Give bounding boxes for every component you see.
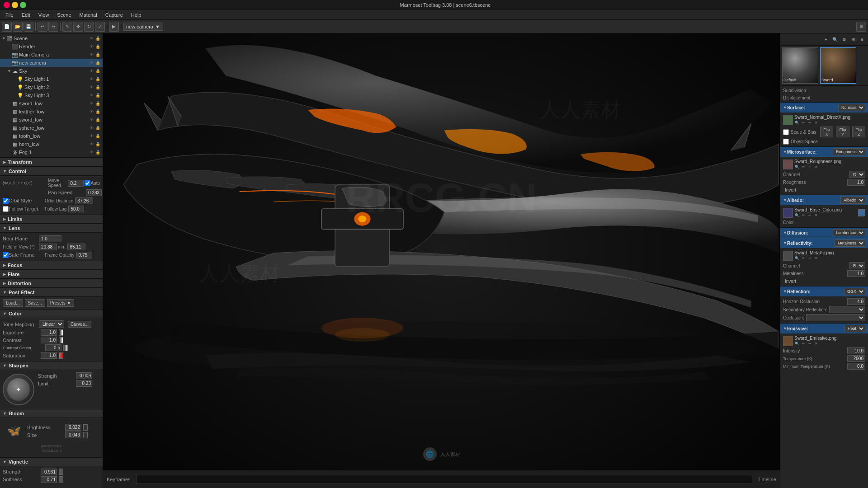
vis-icon-sword2[interactable]: 👁 [88,117,94,123]
lock-icon-horn[interactable]: 🔒 [94,141,101,147]
metalness-invert-label[interactable]: Invert [783,278,798,284]
lock-icon-leather[interactable]: 🔒 [94,108,101,115]
distortion-section-header[interactable]: ▶ Distortion [0,279,103,288]
move-speed-input[interactable] [68,180,84,187]
flip-z-button[interactable]: Flip Z [852,127,865,137]
viewport[interactable]: RRCG.CN 人人素材 人人素材 🌐 人人素材 [103,33,780,470]
vis-icon-sl3[interactable]: 👁 [88,92,94,99]
reflectivity-select[interactable]: Metalness [835,239,865,247]
rotate-tool[interactable]: ↻ [84,22,94,32]
tone-mapping-select[interactable]: Linear Filmic ACES [39,320,64,328]
menu-view[interactable]: View [35,11,53,19]
normal-map-edit[interactable]: ✏ [801,120,806,125]
vis-icon-fog[interactable]: 👁 [88,149,94,155]
tree-item-leather[interactable]: ▦ leather_low 👁 🔒 [0,108,103,116]
emissive-map-search[interactable]: 🔍 [794,341,800,346]
settings-button[interactable]: ⚙ [856,22,866,32]
vignette-softness-input[interactable] [41,476,57,483]
vis-icon-sky[interactable]: 👁 [88,68,94,74]
reflection-select[interactable]: GGX [844,288,865,295]
pan-speed-input[interactable] [86,189,102,196]
material-thumb-sword[interactable]: Sword [820,47,856,84]
roughness-channel-select[interactable]: R [849,171,865,178]
surface-select[interactable]: Normals [838,104,865,111]
lock-icon-sphere[interactable]: 🔒 [94,125,101,131]
presets-button[interactable]: Presets ▼ [47,299,75,307]
move-tool[interactable]: ✥ [73,22,83,32]
mm-input[interactable] [67,244,85,250]
albedo-section-header[interactable]: ▼ Albedo: Albedo [780,195,868,205]
timeline-track[interactable] [136,475,752,484]
tree-item-sword[interactable]: ▦ sword_low 👁 🔒 [0,99,103,108]
sharpen-dial[interactable]: ✦ [3,374,34,405]
follow-target-check[interactable] [3,206,9,212]
albedo-color-swatch[interactable] [858,209,865,216]
list-view-icon[interactable]: ≡ [858,35,866,43]
diffusion-select[interactable]: Lambertian [833,229,865,236]
orbit-style-check[interactable] [3,198,9,204]
lock-icon-maincam[interactable]: 🔒 [94,52,101,58]
flip-x-button[interactable]: Flip X [820,127,834,137]
menu-material[interactable]: Material [76,11,101,19]
lock-icon-sl2[interactable]: 🔒 [94,84,101,90]
object-space-check[interactable] [783,139,789,145]
add-material-icon[interactable]: + [822,35,830,43]
vignette-strength-input[interactable] [41,469,57,475]
microsurface-select[interactable]: Roughness [833,148,865,155]
lock-icon-sl3[interactable]: 🔒 [94,92,101,99]
exposure-input[interactable] [41,329,57,336]
vignette-section-header[interactable]: ▼ Vignette [0,457,103,466]
tree-item-sword2[interactable]: ▦ sword_low 👁 🔒 [0,116,103,124]
near-plane-input[interactable] [39,235,61,242]
sharpen-limit-input[interactable] [76,380,92,387]
emissive-section-header[interactable]: ▼ Emissive: Heat [780,323,868,333]
bloom-size-input[interactable] [65,432,81,438]
menu-scene[interactable]: Scene [53,11,75,19]
metalness-map-reset[interactable]: ↩ [807,255,812,261]
curves-button[interactable]: Curves... [68,321,91,328]
redo-button[interactable]: ↪ [48,22,58,32]
menu-capture[interactable]: Capture [102,11,127,19]
normal-map-delete[interactable]: ✕ [813,120,819,125]
normal-map-search[interactable]: 🔍 [794,120,800,125]
surface-section-header[interactable]: ▼ Surface: Normals [780,102,868,113]
roughness-map-search[interactable]: 🔍 [794,164,800,169]
menu-edit[interactable]: Edit [18,11,34,19]
tree-item-skylight1[interactable]: 💡 Sky Light 1 👁 🔒 [0,75,103,83]
tree-item-fog[interactable]: 🌫 Fog 1 👁 🔒 [0,148,103,156]
emissive-map-reset[interactable]: ↩ [807,341,812,346]
menu-help[interactable]: Help [127,11,145,19]
vis-icon-sl2[interactable]: 👁 [88,84,94,90]
vis-icon-newcam[interactable]: 👁 [88,60,94,66]
roughness-map-delete[interactable]: ✕ [813,164,819,169]
roughness-map-edit[interactable]: ✏ [801,164,806,169]
tree-item-skylight3[interactable]: 💡 Sky Light 3 👁 🔒 [0,91,103,99]
reflectivity-section-header[interactable]: ▼ Reflectivity: Metalness [780,238,868,248]
min-temperature-input[interactable] [847,363,865,370]
tree-item-sky[interactable]: ▼ ☁ Sky 👁 🔒 [0,67,103,75]
metalness-map-search[interactable]: 🔍 [794,255,800,261]
vis-icon-sl1[interactable]: 👁 [88,76,94,82]
fov-input[interactable] [39,244,57,250]
vis-icon-render[interactable]: 👁 [88,43,94,50]
saturation-input[interactable] [41,352,57,359]
roughness-input[interactable] [847,179,865,186]
frame-opacity-input[interactable] [76,252,92,258]
metalness-map-edit[interactable]: ✏ [801,255,806,261]
vis-icon-tooth[interactable]: 👁 [88,133,94,139]
tree-item-render[interactable]: ⬛ Render 👁 🔒 [0,42,103,51]
color-section-header[interactable]: ▼ Color [0,309,103,318]
roughness-map-reset[interactable]: ↩ [807,164,812,169]
tree-item-main-camera[interactable]: 📷 Main Camera 👁 🔒 [0,51,103,59]
tree-item-tooth[interactable]: ▦ tooth_low 👁 🔒 [0,132,103,140]
transform-section-header[interactable]: ▶ Transform [0,158,103,167]
emissive-map-edit[interactable]: ✏ [801,341,806,346]
albedo-select[interactable]: Albedo [840,197,865,204]
limits-section-header[interactable]: ▶ Limits [0,215,103,224]
post-effect-section-header[interactable]: ▼ Post Effect [0,288,103,297]
follow-lag-input[interactable] [68,206,84,212]
tree-item-scene[interactable]: ▼ 🎬 Scene 👁 🔒 [0,34,103,42]
sharpen-section-header[interactable]: ▼ Sharpen [0,361,103,370]
metalness-input[interactable] [847,270,865,277]
tree-item-sphere[interactable]: ▦ sphere_low 👁 🔒 [0,124,103,132]
